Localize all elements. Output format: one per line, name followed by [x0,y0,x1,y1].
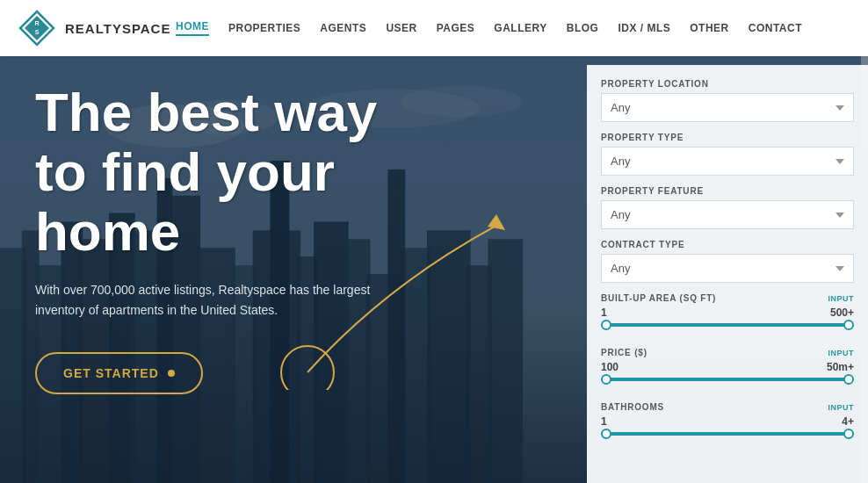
cta-button[interactable]: GET STARTED [35,352,203,394]
brand-name: REALTYSPACE [65,21,170,36]
area-range-field: BUILT-UP AREA (SQ FT) INPUT 1 500+ [601,293,854,335]
nav-properties[interactable]: PROPERTIES [228,22,300,34]
type-field: PROPERTY TYPE Any [601,133,854,176]
contract-label: CONTRACT TYPE [601,240,854,249]
nav-gallery[interactable]: GALLERY [494,22,546,34]
hero-content: The best way to find your home With over… [35,83,545,394]
svg-text:R: R [34,20,39,26]
type-select[interactable]: Any [601,147,854,176]
nav-pages[interactable]: PAGES [437,22,475,34]
nav-blog[interactable]: BLOG [567,22,599,34]
hero-section: The best way to find your home With over… [0,56,868,483]
feature-label: PROPERTY FEATURE [601,186,854,196]
price-input-tag: INPUT [828,349,855,357]
price-slider[interactable] [601,378,854,390]
cta-dot-icon [168,370,175,377]
nav-idx[interactable]: IDX / MLS [618,22,670,34]
price-range-field: PRICE ($) INPUT 100 50m+ [601,348,854,390]
contract-select[interactable]: Any [601,254,854,283]
hero-subtitle: With over 700,000 active listings, Realt… [35,280,404,322]
bath-slider[interactable] [601,432,854,444]
logo-area: R S REALTYSPACE [18,9,176,47]
bath-label: BATHROOMS [601,402,664,412]
nav-agents[interactable]: AGENTS [320,22,366,34]
price-max-val: 50m+ [827,361,854,373]
area-slider[interactable] [601,323,854,335]
area-min-val: 1 [601,306,607,319]
feature-select[interactable]: Any [601,200,854,229]
location-select[interactable]: Any [601,93,854,122]
area-input-tag: INPUT [828,294,855,303]
location-label: PROPERTY LOCATION [601,79,854,89]
nav-home[interactable]: HOME [176,20,209,36]
area-max-val: 500+ [830,306,854,319]
nav-user[interactable]: USER [386,22,416,34]
hero-title: The best way to find your home [35,83,545,263]
svg-text:S: S [35,29,40,35]
logo-icon: R S [18,9,56,47]
main-nav: HOME PROPERTIES AGENTS USER PAGES GALLER… [176,20,850,36]
bath-input-tag: INPUT [828,403,855,412]
search-panel: PROPERTY LOCATION Any PROPERTY TYPE Any … [587,65,868,483]
nav-other[interactable]: OTHER [690,22,729,34]
type-label: PROPERTY TYPE [601,133,854,142]
feature-field: PROPERTY FEATURE Any [601,186,854,229]
area-label: BUILT-UP AREA (SQ FT) [601,293,716,303]
location-field: PROPERTY LOCATION Any [601,79,854,122]
bath-range-field: BATHROOMS INPUT 1 4+ [601,402,854,444]
nav-contact[interactable]: CONTACT [749,22,802,34]
price-label: PRICE ($) [601,348,647,357]
bath-max-val: 4+ [842,415,854,428]
header: R S REALTYSPACE HOME PROPERTIES AGENTS U… [0,0,868,56]
price-min-val: 100 [601,361,618,373]
bath-min-val: 1 [601,415,607,428]
contract-field: CONTRACT TYPE Any [601,240,854,283]
